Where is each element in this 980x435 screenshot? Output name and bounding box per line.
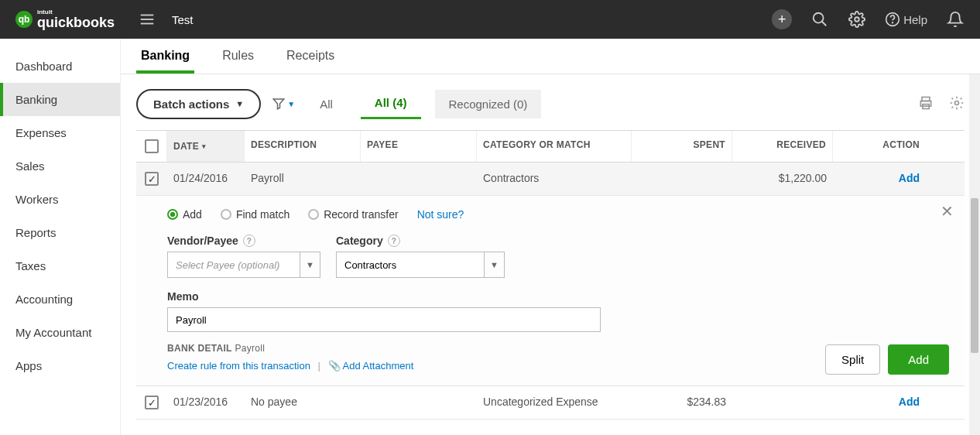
brand-logo-icon: qb xyxy=(15,11,33,28)
col-action: ACTION xyxy=(833,131,926,162)
bell-icon[interactable] xyxy=(946,10,965,29)
memo-field: Memo xyxy=(167,290,934,332)
filter-tab-recognized[interactable]: Recognized (0) xyxy=(435,90,542,118)
col-description[interactable]: DESCRIPTION xyxy=(245,131,361,162)
row-checkbox[interactable] xyxy=(145,396,159,409)
col-spent[interactable]: SPENT xyxy=(632,131,732,162)
svg-point-3 xyxy=(814,13,824,23)
help-tip-icon[interactable]: ? xyxy=(388,235,400,247)
help-tip-icon[interactable]: ? xyxy=(243,235,255,247)
bank-detail: BANK DETAIL Payroll xyxy=(167,343,934,354)
not-sure-link[interactable]: Not sure? xyxy=(417,208,464,221)
cell-description: No payee xyxy=(245,386,361,419)
sidebar-item-accounting[interactable]: Accounting xyxy=(0,283,120,316)
svg-marker-8 xyxy=(274,99,285,109)
svg-line-4 xyxy=(822,22,827,26)
search-icon[interactable] xyxy=(810,10,829,29)
main-panel: Banking Rules Receipts Batch actions ▼ ▼… xyxy=(120,39,980,435)
sub-tabs: Banking Rules Receipts xyxy=(121,39,980,74)
batch-actions-label: Batch actions xyxy=(153,98,229,111)
vertical-scrollbar[interactable] xyxy=(969,74,980,435)
row-action-add[interactable]: Add xyxy=(833,163,926,195)
sidebar-item-dashboard[interactable]: Dashboard xyxy=(0,50,120,83)
add-button[interactable]: Add xyxy=(888,344,949,375)
split-button[interactable]: Split xyxy=(825,344,880,375)
col-received[interactable]: RECEIVED xyxy=(732,131,833,162)
help-label: Help xyxy=(903,13,927,26)
left-sidebar: Dashboard Banking Expenses Sales Workers… xyxy=(0,39,120,435)
sidebar-item-sales[interactable]: Sales xyxy=(0,149,120,183)
svg-point-5 xyxy=(855,17,859,22)
cell-date: 01/24/2016 xyxy=(167,163,245,195)
memo-input[interactable] xyxy=(167,307,601,332)
add-attachment-link[interactable]: Add Attachment xyxy=(343,360,414,372)
radio-add[interactable]: Add xyxy=(167,208,202,221)
create-rule-link[interactable]: Create rule from this transaction xyxy=(167,360,310,372)
sidebar-item-banking[interactable]: Banking xyxy=(0,83,120,116)
vendor-dropdown-toggle[interactable]: ▼ xyxy=(300,252,320,277)
cell-received xyxy=(732,386,833,419)
top-bar: qb intuit quickbooks Test + Help xyxy=(0,0,980,39)
table-header: DATE ▾ DESCRIPTION PAYEE CATEGORY OR MAT… xyxy=(136,131,965,163)
batch-actions-button[interactable]: Batch actions ▼ xyxy=(136,89,261,119)
sidebar-item-my-accountant[interactable]: My Accountant xyxy=(0,316,120,349)
row-expand-panel: ✕ Add Find match Record transfer Not sur… xyxy=(136,196,965,386)
radio-find-match[interactable]: Find match xyxy=(221,208,290,221)
filter-tab-all[interactable]: All (4) xyxy=(361,88,421,119)
col-payee[interactable]: PAYEE xyxy=(361,131,477,162)
sidebar-item-workers[interactable]: Workers xyxy=(0,183,120,216)
scrollbar-thumb[interactable] xyxy=(971,198,978,353)
company-name: Test xyxy=(172,13,194,26)
cell-spent xyxy=(632,163,732,195)
cell-category: Uncategorized Expense xyxy=(477,386,632,419)
cell-date: 01/23/2016 xyxy=(167,386,245,419)
print-icon[interactable] xyxy=(918,95,934,113)
cell-payee xyxy=(361,386,477,419)
transactions-table: DATE ▾ DESCRIPTION PAYEE CATEGORY OR MAT… xyxy=(136,130,965,420)
close-icon[interactable]: ✕ xyxy=(941,202,954,221)
caret-down-icon: ▼ xyxy=(235,99,244,108)
subtab-banking[interactable]: Banking xyxy=(136,41,194,74)
svg-point-7 xyxy=(893,22,893,23)
select-all-checkbox[interactable] xyxy=(145,139,159,153)
vendor-field: Vendor/Payee? ▼ xyxy=(167,235,320,278)
row-action-add[interactable]: Add xyxy=(833,386,926,419)
cell-payee xyxy=(361,163,477,195)
filter-icon[interactable]: ▼ xyxy=(272,97,295,111)
sidebar-item-taxes[interactable]: Taxes xyxy=(0,249,120,283)
gear-icon[interactable] xyxy=(848,10,866,29)
content-area: Batch actions ▼ ▼ All All (4) Recognized… xyxy=(121,74,980,435)
vendor-input[interactable] xyxy=(168,252,300,277)
cell-spent: $234.83 xyxy=(632,386,732,419)
category-dropdown-toggle[interactable]: ▼ xyxy=(484,252,504,277)
hamburger-menu-icon[interactable] xyxy=(138,10,156,29)
row-checkbox[interactable] xyxy=(145,172,159,186)
cell-received: $1,220.00 xyxy=(732,163,833,195)
attachment-icon: 📎 xyxy=(328,360,341,372)
radio-record-transfer[interactable]: Record transfer xyxy=(308,208,398,221)
category-input[interactable] xyxy=(337,252,484,277)
sidebar-item-expenses[interactable]: Expenses xyxy=(0,116,120,149)
sidebar-item-reports[interactable]: Reports xyxy=(0,216,120,249)
cell-description: Payroll xyxy=(245,163,361,195)
subtab-rules[interactable]: Rules xyxy=(218,41,259,74)
sort-caret-icon: ▾ xyxy=(202,142,206,150)
settings-gear-icon[interactable] xyxy=(949,95,965,113)
category-field: Category? ▼ xyxy=(336,235,505,278)
subtab-receipts[interactable]: Receipts xyxy=(282,41,339,74)
table-row[interactable]: 01/23/2016 No payee Uncategorized Expens… xyxy=(136,386,965,420)
filter-tab-all-plain[interactable]: All xyxy=(306,90,347,118)
svg-point-12 xyxy=(955,101,959,104)
help-icon[interactable]: Help xyxy=(885,10,927,29)
brand-logo: qb intuit quickbooks xyxy=(15,9,115,29)
col-category[interactable]: CATEGORY OR MATCH xyxy=(477,131,632,162)
col-date[interactable]: DATE ▾ xyxy=(167,131,245,162)
toolbar: Batch actions ▼ ▼ All All (4) Recognized… xyxy=(136,88,965,119)
brand-name: quickbooks xyxy=(37,15,115,29)
sidebar-item-apps[interactable]: Apps xyxy=(0,349,120,382)
cell-category: Contractors xyxy=(477,163,632,195)
table-row[interactable]: 01/24/2016 Payroll Contractors $1,220.00… xyxy=(136,163,965,196)
quick-create-button[interactable]: + xyxy=(772,9,792,29)
